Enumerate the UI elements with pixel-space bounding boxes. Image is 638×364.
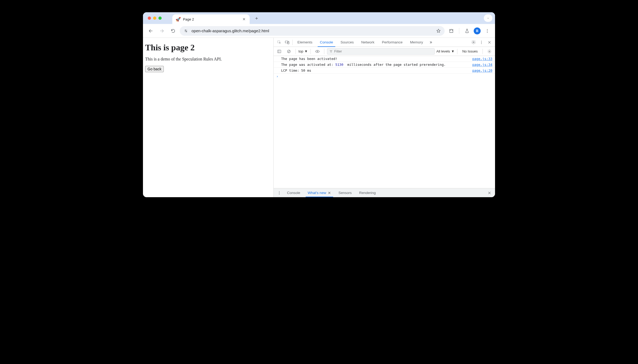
labs-button[interactable] xyxy=(462,26,472,35)
window-close-button[interactable] xyxy=(148,17,151,20)
levels-label: All levels xyxy=(436,49,450,53)
console-filter-input[interactable]: Filter xyxy=(327,48,435,55)
devtools-tab-bar: Elements Console Sources Network Perform… xyxy=(274,38,495,47)
arrow-right-icon xyxy=(160,29,164,33)
console-settings-button[interactable] xyxy=(485,47,493,55)
console-log-row: The page was activated at: 5130 millisec… xyxy=(274,62,495,68)
log-source-link[interactable]: page.js:34 xyxy=(472,63,492,67)
eye-icon xyxy=(315,50,320,53)
context-label: top xyxy=(298,49,303,53)
devtools-tab-elements[interactable]: Elements xyxy=(294,38,316,47)
svg-point-8 xyxy=(473,42,474,43)
tab-title: Page 2 xyxy=(183,17,240,21)
svg-point-4 xyxy=(487,32,488,33)
svg-point-2 xyxy=(487,29,488,30)
browser-toolbar: open-chalk-asparagus.glitch.me/page2.htm… xyxy=(143,24,495,38)
log-levels-selector[interactable]: All levels ▼ xyxy=(436,49,454,53)
separator xyxy=(324,49,324,54)
svg-point-11 xyxy=(481,43,482,44)
clear-console-button[interactable] xyxy=(285,47,293,55)
tab-close-button[interactable]: ✕ xyxy=(242,17,246,21)
live-expression-button[interactable] xyxy=(313,47,321,55)
browser-window: 🚀 Page 2 ✕ ＋ open-chalk-asparagus.glitch… xyxy=(143,12,495,197)
svg-point-19 xyxy=(279,192,280,193)
tabs-dropdown-button[interactable] xyxy=(484,14,492,22)
console-prompt[interactable]: › xyxy=(274,74,495,79)
devtools-tab-sources[interactable]: Sources xyxy=(337,38,358,47)
devtools-close-button[interactable] xyxy=(485,38,493,46)
console-log-row: The page has been activated! page.js:33 xyxy=(274,56,495,62)
browser-menu-button[interactable] xyxy=(483,26,492,35)
new-tab-button[interactable]: ＋ xyxy=(253,14,260,22)
filter-placeholder: Filter xyxy=(334,49,342,53)
device-icon xyxy=(285,40,290,45)
gear-icon xyxy=(487,49,492,54)
context-selector[interactable]: top ▼ xyxy=(298,49,308,53)
drawer-tab-rendering[interactable]: Rendering xyxy=(355,188,379,197)
device-toggle-button[interactable] xyxy=(283,38,291,46)
address-bar[interactable]: open-chalk-asparagus.glitch.me/page2.htm… xyxy=(180,26,445,36)
separator xyxy=(292,40,293,45)
profile-avatar[interactable]: B xyxy=(474,27,481,34)
drawer-tab-console[interactable]: Console xyxy=(283,188,304,197)
inspect-element-button[interactable] xyxy=(275,38,283,46)
window-minimize-button[interactable] xyxy=(153,17,156,20)
page-content: This is page 2 This is a demo of the Spe… xyxy=(143,38,274,197)
flask-icon xyxy=(465,29,469,33)
svg-point-17 xyxy=(489,51,490,52)
star-icon xyxy=(436,29,441,33)
bookmark-button[interactable] xyxy=(436,29,441,33)
back-button[interactable] xyxy=(146,26,155,35)
page-paragraph: This is a demo of the Speculation Rules … xyxy=(145,57,271,62)
toggle-sidebar-button[interactable] xyxy=(275,47,283,55)
separator xyxy=(310,49,311,54)
chevron-down-icon xyxy=(487,17,490,20)
go-back-button[interactable]: Go back xyxy=(145,66,164,72)
log-message: The page was activated at: 5130 millisec… xyxy=(281,63,469,67)
devtools-menu-button[interactable] xyxy=(477,38,485,46)
content-split: This is page 2 This is a demo of the Spe… xyxy=(143,38,495,197)
dropdown-triangle-icon: ▼ xyxy=(451,49,454,53)
drawer-tab-close-button[interactable]: ✕ xyxy=(328,191,331,195)
close-icon xyxy=(488,41,491,44)
issues-status[interactable]: No Issues xyxy=(460,49,480,53)
gear-icon xyxy=(471,40,476,45)
drawer-close-button[interactable] xyxy=(485,189,493,197)
puzzle-icon xyxy=(449,29,454,33)
svg-point-3 xyxy=(487,30,488,31)
more-vertical-icon xyxy=(485,29,490,33)
separator xyxy=(483,49,483,54)
drawer-tab-whats-new[interactable]: What's new ✕ xyxy=(304,188,335,197)
devtools-tab-console[interactable]: Console xyxy=(316,38,337,47)
extensions-button[interactable] xyxy=(447,26,456,35)
clear-icon xyxy=(287,49,291,54)
devtools-tab-performance[interactable]: Performance xyxy=(378,38,406,47)
more-vertical-icon xyxy=(479,40,484,45)
sidebar-icon xyxy=(277,49,281,54)
log-message: LCP time: 50 ms xyxy=(281,68,469,72)
drawer-menu-button[interactable] xyxy=(275,189,283,197)
forward-button[interactable] xyxy=(157,26,166,35)
log-source-link[interactable]: page.js:33 xyxy=(472,57,492,61)
toolbar-divider xyxy=(459,28,459,34)
tab-strip: 🚀 Page 2 ✕ ＋ xyxy=(143,12,495,24)
console-toolbar: top ▼ Filter All levels ▼ No Issues xyxy=(274,47,495,56)
log-source-link[interactable]: page.js:20 xyxy=(472,68,492,72)
svg-rect-12 xyxy=(278,50,281,53)
svg-point-9 xyxy=(481,41,482,41)
drawer-tab-sensors[interactable]: Sensors xyxy=(335,188,356,197)
console-log-area[interactable]: The page has been activated! page.js:33 … xyxy=(274,56,495,188)
reload-button[interactable] xyxy=(169,26,178,35)
devtools-panel: Elements Console Sources Network Perform… xyxy=(274,38,495,197)
dropdown-triangle-icon: ▼ xyxy=(304,49,308,53)
devtools-more-tabs-button[interactable] xyxy=(427,38,435,46)
browser-tab[interactable]: 🚀 Page 2 ✕ xyxy=(172,14,250,24)
devtools-tab-memory[interactable]: Memory xyxy=(406,38,427,47)
devtools-settings-button[interactable] xyxy=(469,38,477,46)
window-zoom-button[interactable] xyxy=(158,17,162,20)
site-settings-icon[interactable] xyxy=(184,29,188,33)
separator xyxy=(457,49,457,54)
devtools-tab-network[interactable]: Network xyxy=(357,38,378,47)
svg-rect-7 xyxy=(288,42,289,44)
url-text: open-chalk-asparagus.glitch.me/page2.htm… xyxy=(192,29,433,33)
